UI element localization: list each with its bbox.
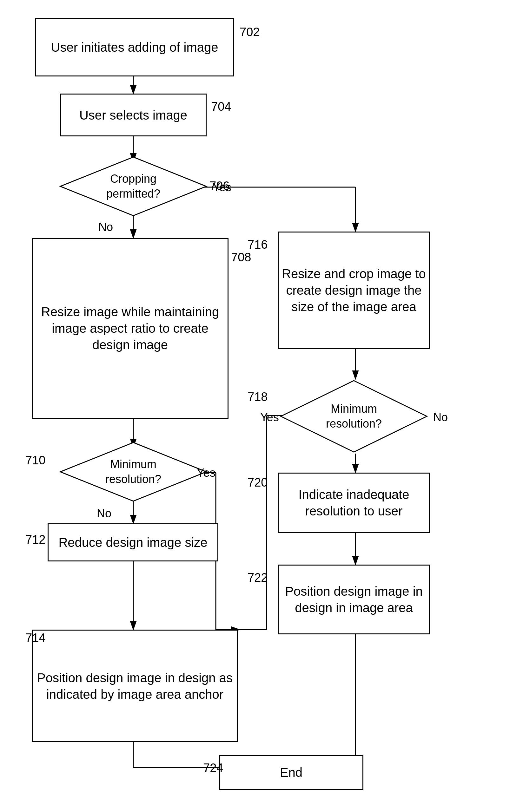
ref-704: 704 <box>211 100 231 114</box>
label-718-no: No <box>433 411 448 424</box>
label-710-yes: Yes <box>197 466 215 480</box>
ref-708: 708 <box>231 250 251 264</box>
label-706-yes: Yes <box>213 181 231 194</box>
node-710-wrapper: Minimum resolution? <box>59 441 208 503</box>
label-706-no: No <box>98 220 113 234</box>
node-708: Resize image while maintaining image asp… <box>32 238 229 419</box>
node-724: End <box>219 755 363 790</box>
ref-710: 710 <box>25 453 45 467</box>
label-718-yes: Yes <box>260 411 279 424</box>
ref-712: 712 <box>25 533 45 547</box>
node-720: Indicate inadequate resolution to user <box>278 473 430 533</box>
node-718: Minimum resolution? <box>279 379 428 453</box>
ref-702: 702 <box>240 25 260 39</box>
flowchart-diagram: User initiates adding of image 702 User … <box>0 0 530 812</box>
node-704: User selects image <box>60 93 206 136</box>
ref-716: 716 <box>247 238 268 251</box>
ref-724: 724 <box>203 761 223 775</box>
node-722: Position design image in design in image… <box>278 565 430 634</box>
node-716: Resize and crop image to create design i… <box>278 232 430 349</box>
node-706-wrapper: Cropping permitted? <box>59 156 208 217</box>
node-712: Reduce design image size <box>47 523 218 562</box>
ref-714: 714 <box>25 631 45 645</box>
ref-718: 718 <box>247 390 268 404</box>
node-718-wrapper: Minimum resolution? <box>279 379 428 453</box>
ref-722: 722 <box>247 571 268 584</box>
node-714: Position design image in design as indic… <box>32 629 238 742</box>
node-706: Cropping permitted? <box>59 156 208 217</box>
ref-720: 720 <box>247 476 268 490</box>
label-710-no: No <box>97 507 111 520</box>
node-710: Minimum resolution? <box>59 441 208 503</box>
node-702: User initiates adding of image <box>35 18 234 76</box>
